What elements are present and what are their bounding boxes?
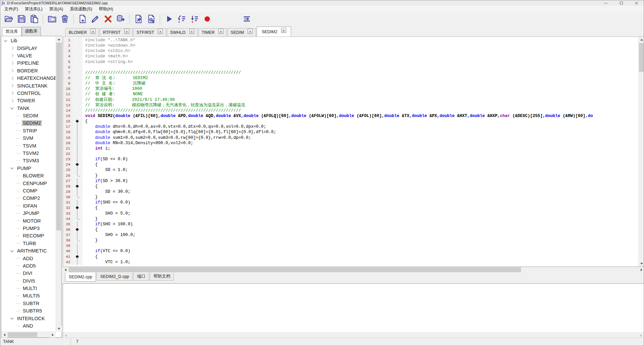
scrollbar-thumb[interactable] [639,43,644,72]
chevron-right-icon[interactable] [10,76,14,80]
code-editor[interactable]: 1#include "..\TANK.h"2#include <windows.… [63,37,644,267]
tree-item-BLOWER[interactable]: BLOWER [2,172,56,179]
sidebar-horizontal-scrollbar[interactable] [2,332,56,337]
fold-collapse-icon[interactable] [72,162,82,167]
scroll-right-icon[interactable] [639,267,644,273]
tree-item-SVM[interactable]: SVM [2,134,56,142]
tree-item-SEDIM2[interactable]: SEDIM2 [2,119,56,127]
tree-item-SINGLETANK[interactable]: SINGLETANK [2,82,56,89]
document-tab-SEDIM2.cpp[interactable]: SEDIM2.cpp [65,273,96,282]
tree-item-MOTOR[interactable]: MOTOR [2,217,56,224]
scroll-up-icon[interactable] [56,37,62,42]
tree-item-STRIP[interactable]: STRIP [2,127,56,134]
document-tab-端口[interactable]: 端口 [133,273,149,281]
fold-collapse-icon[interactable] [72,254,82,260]
tree-item-TSVM3[interactable]: TSVM3 [2,157,56,164]
editor-tab-TIMER[interactable]: TIMERx [198,28,227,37]
editor-tab-SWHLO[interactable]: SWHLOx [167,28,198,37]
step-over-button[interactable] [188,13,200,25]
tree-item-SUBTR5[interactable]: SUBTR5 [2,307,56,314]
tree-item-INTERLOCK[interactable]: INTERLOCK [2,314,56,322]
tree-item-RECOMP[interactable]: RECOMP [2,232,56,239]
editor-tab-SEDIM2[interactable]: SEDIM2x [257,26,291,37]
tree-item-HEATEXCHANGER[interactable]: HEATEXCHANGER [2,74,56,82]
tree-item-AND[interactable]: AND [2,322,56,330]
tree-item-TSVM2[interactable]: TSVM2 [2,150,56,157]
scrollbar-thumb[interactable] [69,267,521,272]
goto-button[interactable] [241,13,253,25]
maximize-button[interactable] [614,0,629,6]
tree-item-TURB[interactable]: TURB [2,240,56,247]
chevron-down-icon[interactable] [10,316,14,320]
tree-item-COMP2[interactable]: COMP2 [2,194,56,202]
compile-button[interactable] [145,13,157,25]
remove-button[interactable] [102,13,114,25]
tree-item-ARITHMETIC[interactable]: ARITHMETIC [2,247,56,254]
menu-item-算法(A)[interactable]: 算法(A) [46,6,67,13]
step-into-button[interactable] [176,13,188,25]
editor-horizontal-scrollbar[interactable] [63,267,644,273]
scrollbar-thumb[interactable] [8,332,37,337]
tree-item-JPUMP[interactable]: JPUMP [2,210,56,217]
tab-close-icon[interactable]: x [124,29,129,34]
fold-collapse-icon[interactable] [72,184,82,189]
trash-button[interactable] [59,13,71,25]
chevron-right-icon[interactable] [10,47,14,50]
tree-item-DISPLAY[interactable]: DISPLAY [2,44,56,52]
editor-vertical-scrollbar[interactable] [638,37,644,267]
build-button[interactable] [132,13,144,25]
chevron-right-icon[interactable] [10,69,14,72]
chevron-right-icon[interactable] [10,61,14,65]
scrollbar-thumb[interactable] [56,43,61,230]
tree-item-TANK[interactable]: TANK [2,105,56,112]
chevron-down-icon[interactable] [10,166,14,169]
chevron-down-icon[interactable] [10,106,14,109]
tab-close-icon[interactable]: x [90,29,95,34]
tree-item-VALVE[interactable]: VALVE [2,52,56,59]
paste-button[interactable] [28,13,40,25]
tree-item-BORDER[interactable]: BORDER [2,67,56,74]
undefined-button[interactable] [228,13,240,25]
tab-close-icon[interactable]: x [248,29,253,34]
chevron-right-icon[interactable] [10,84,14,88]
tree-item-CONTROL[interactable]: CONTROL [2,90,56,97]
tree-item-PUMP[interactable]: PUMP [2,165,56,172]
tab-close-icon[interactable]: x [218,29,223,34]
minimize-button[interactable] [598,0,614,6]
scroll-down-icon[interactable] [56,326,62,332]
tree-item-MULTI[interactable]: MULTI [2,285,56,292]
chevron-down-icon[interactable] [10,249,14,252]
document-tab-SEDIM2_D.cpp[interactable]: SEDIM2_D.cpp [96,273,133,281]
save-button[interactable] [15,13,27,25]
tree-item-MULTI5[interactable]: MULTI5 [2,292,56,299]
record-button[interactable] [201,13,213,25]
tree-item-IDFAN[interactable]: IDFAN [2,202,56,210]
scroll-down-icon[interactable] [639,261,644,267]
document-tab-帮助文档[interactable]: 帮助文档 [150,273,174,281]
tree-item-SUBTR[interactable]: SUBTR [2,300,56,307]
open-folder-button[interactable] [3,13,15,25]
tab-close-icon[interactable]: x [281,28,286,33]
editor-tab-RTFIRST[interactable]: RTFIRSTx [100,28,133,37]
tree-item-DIVI[interactable]: DIVI [2,270,56,277]
chevron-right-icon[interactable] [10,92,14,95]
tree-item-ADD[interactable]: ADD [2,254,56,262]
new-file-button[interactable] [76,13,88,25]
export-button[interactable] [115,13,127,25]
tree-item-TOWER[interactable]: TOWER [2,97,56,104]
editor-tab-STFIRST[interactable]: STFIRSTx [133,28,166,37]
folder-add-button[interactable] [46,13,58,25]
editor-tab-SEDIM[interactable]: SEDIMx [228,28,256,37]
close-button[interactable] [629,0,644,6]
scroll-left-icon[interactable] [63,267,68,273]
editor-tab-BLOWER[interactable]: BLOWERx [65,28,99,37]
fold-collapse-icon[interactable] [72,205,82,211]
tree-item-PUMP3[interactable]: PUMP3 [2,225,56,232]
chevron-right-icon[interactable] [10,99,14,102]
chevron-down-icon[interactable] [4,39,7,42]
sidebar-vertical-scrollbar[interactable] [56,37,61,332]
tree-item-COMP[interactable]: COMP [2,187,56,194]
menu-item-帮助(H)[interactable]: 帮助(H) [95,6,116,13]
fold-collapse-icon[interactable] [72,119,82,124]
run-button[interactable] [163,13,175,25]
